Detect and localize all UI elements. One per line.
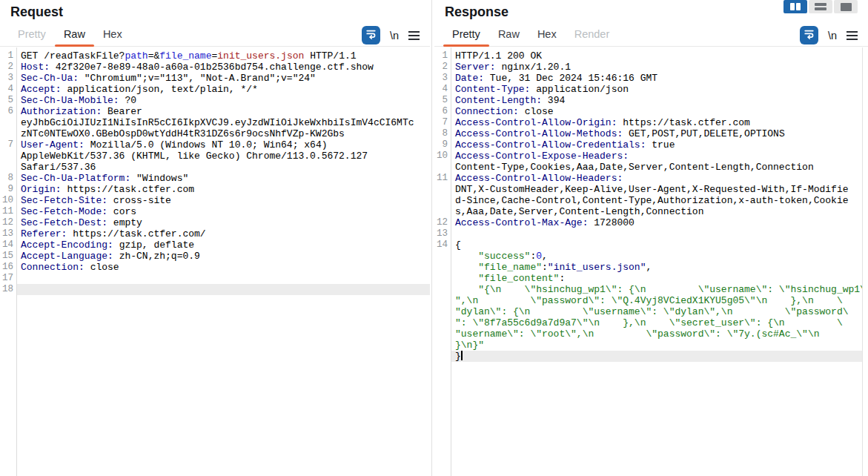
tab-raw[interactable]: Raw [55, 28, 94, 46]
editor-row[interactable]: 12Sec-Fetch-Dest: empty [0, 217, 430, 228]
code-line[interactable]: ",\n \"password\": \"Q.4Vyj8VCiedX1KYU5g… [451, 295, 862, 306]
editor-row[interactable]: 10Access-Control-Expose-Headers: [434, 151, 862, 162]
editor-row[interactable]: 5Sec-Ch-Ua-Mobile: ?0 [0, 95, 430, 106]
editor-row[interactable]: d-Since,Cache-Control,Content-Type,Autho… [434, 195, 862, 206]
editor-row[interactable]: ": \"8f7a55c6d9a7d9a7\"\n },\n \"secret_… [434, 317, 862, 328]
editor-row[interactable]: 17 [0, 273, 430, 284]
code-line[interactable]: { [451, 239, 862, 251]
editor-row[interactable]: 8Sec-Ch-Ua-Platform: "Windows" [0, 173, 430, 184]
code-line[interactable]: Accept: application/json, text/plain, */… [17, 84, 430, 95]
newline-toggle-button[interactable]: \n [390, 30, 399, 42]
code-line[interactable]: Origin: https://task.ctfer.com [17, 184, 430, 195]
editor-row[interactable]: 13 [434, 228, 862, 239]
editor-row[interactable]: 2Host: 42f320e7-8e89-48a0-a60a-01b2536bd… [0, 62, 430, 73]
code-line[interactable]: d-Since,Cache-Control,Content-Type,Autho… [451, 195, 862, 206]
editor-row[interactable]: "file_name":"init_users.json", [434, 262, 862, 273]
code-line[interactable]: Access-Control-Allow-Methods: GET,POST,P… [451, 128, 862, 139]
code-line[interactable] [17, 273, 430, 284]
code-line[interactable] [451, 228, 862, 239]
editor-row[interactable]: "username\": \"root\",\n \"password\": \… [434, 328, 862, 340]
code-line[interactable]: Sec-Fetch-Site: cross-site [17, 195, 430, 206]
code-line[interactable]: Sec-Ch-Ua-Mobile: ?0 [17, 95, 430, 106]
wrap-toggle-button[interactable] [362, 26, 380, 44]
editor-row[interactable]: Content-Type,Cookies,Aaa,Date,Server,Con… [434, 162, 862, 173]
code-line[interactable]: Server: nginx/1.20.1 [451, 62, 862, 73]
editor-row[interactable]: }\n}" [434, 340, 862, 351]
editor-row[interactable]: 3Sec-Ch-Ua: "Chromium";v="113", "Not-A.B… [0, 73, 430, 84]
editor-row[interactable]: "file_content": [434, 273, 862, 284]
code-line[interactable]: User-Agent: Mozilla/5.0 (Windows NT 10.0… [17, 139, 430, 151]
editor-row[interactable]: s,Aaa,Date,Server,Content-Length,Connect… [434, 206, 862, 217]
editor-row[interactable]: 18 [0, 284, 430, 295]
code-line[interactable]: ": \"8f7a55c6d9a7d9a7\"\n },\n \"secret_… [451, 317, 862, 328]
editor-row[interactable]: 11Sec-Fetch-Mode: cors [0, 206, 430, 217]
code-line[interactable]: "dylan\": {\n \"username\": \"dylan\",\n… [451, 306, 862, 317]
code-line[interactable]: zNTc0NTEwOX0.GBebOspD0wtYddH4tR31DZ6s6r9… [17, 128, 430, 139]
code-line[interactable]: Accept-Language: zh-CN,zh;q=0.9 [17, 251, 430, 262]
split-columns-layout-button[interactable] [783, 0, 807, 13]
code-line[interactable]: Content-Type,Cookies,Aaa,Date,Server,Con… [451, 162, 862, 173]
editor-row[interactable]: "success":0, [434, 251, 862, 262]
editor-row[interactable]: 4Content-Type: application/json [434, 84, 862, 95]
code-line[interactable]: Connection: close [17, 262, 430, 273]
code-line[interactable]: Access-Control-Allow-Origin: https://tas… [451, 117, 862, 128]
code-line[interactable]: Content-Type: application/json [451, 84, 862, 95]
code-line[interactable]: Host: 42f320e7-8e89-48a0-a60a-01b2536bd7… [17, 62, 430, 73]
code-line[interactable]: Access-Control-Allow-Credentials: true [451, 139, 862, 151]
editor-row[interactable]: 3Date: Tue, 31 Dec 2024 15:46:16 GMT [434, 73, 862, 84]
split-rows-layout-button[interactable] [809, 0, 832, 13]
editor-row[interactable]: DNT,X-CustomHeader,Keep-Alive,User-Agent… [434, 184, 862, 195]
request-editor[interactable]: 1GET /readTaskFile?path=&file_name=init_… [0, 47, 430, 476]
editor-row[interactable]: 9Access-Control-Allow-Credentials: true [434, 139, 862, 151]
editor-row[interactable]: 14Accept-Encoding: gzip, deflate [0, 239, 430, 251]
editor-row[interactable]: 1GET /readTaskFile?path=&file_name=init_… [0, 50, 430, 62]
editor-menu-button[interactable] [408, 31, 420, 40]
code-line[interactable]: Referer: https://task.ctfer.com/ [17, 228, 430, 239]
code-line[interactable]: "file_content": [451, 273, 862, 284]
editor-row[interactable]: 16Connection: close [0, 262, 430, 273]
editor-row[interactable]: Safari/537.36 [0, 162, 430, 173]
editor-row[interactable]: 15Accept-Language: zh-CN,zh;q=0.9 [0, 251, 430, 262]
editor-row[interactable]: 7Access-Control-Allow-Origin: https://ta… [434, 117, 862, 128]
editor-row[interactable]: 14{ [434, 239, 862, 251]
editor-menu-button[interactable] [847, 31, 858, 40]
editor-row[interactable]: eyJhbGciOiJIUzI1NiIsInR5cCI6IkpXVCJ9.eyJ… [0, 117, 430, 128]
code-line[interactable]: "username\": \"root\",\n \"password\": \… [451, 328, 862, 340]
editor-row[interactable]: 9Origin: https://task.ctfer.com [0, 184, 430, 195]
code-line[interactable]: "success":0, [451, 251, 862, 262]
code-line[interactable]: "{\n \"hsinchug_wp1\": {\n \"username\":… [451, 284, 862, 295]
code-line[interactable]: Sec-Fetch-Mode: cors [17, 206, 430, 217]
editor-row[interactable]: 6Connection: close [434, 106, 862, 117]
editor-row[interactable]: 4Accept: application/json, text/plain, *… [0, 84, 430, 95]
editor-row[interactable]: 2Server: nginx/1.20.1 [434, 62, 862, 73]
single-pane-layout-button[interactable] [834, 0, 858, 13]
code-line[interactable]: HTTP/1.1 200 OK [451, 50, 862, 62]
code-line[interactable]: Access-Control-Allow-Headers: [451, 173, 862, 184]
editor-row[interactable]: 7User-Agent: Mozilla/5.0 (Windows NT 10.… [0, 139, 430, 151]
tab-raw[interactable]: Raw [489, 28, 529, 46]
code-line[interactable]: Content-Length: 394 [451, 95, 862, 106]
editor-row[interactable]: 1HTTP/1.1 200 OK [434, 50, 862, 62]
code-line[interactable] [17, 284, 430, 295]
editor-row[interactable]: 11Access-Control-Allow-Headers: [434, 173, 862, 184]
editor-row[interactable]: AppleWebKit/537.36 (KHTML, like Gecko) C… [0, 151, 430, 162]
editor-row[interactable]: 12Access-Control-Max-Age: 1728000 [434, 217, 862, 228]
code-line[interactable]: GET /readTaskFile?path=&file_name=init_u… [17, 50, 430, 62]
code-line[interactable]: Sec-Ch-Ua-Platform: "Windows" [17, 173, 430, 184]
code-line[interactable]: Connection: close [451, 106, 862, 117]
editor-row[interactable]: "{\n \"hsinchug_wp1\": {\n \"username\":… [434, 284, 862, 295]
code-line[interactable]: AppleWebKit/537.36 (KHTML, like Gecko) C… [17, 151, 430, 162]
editor-row[interactable]: } [434, 351, 862, 362]
response-editor[interactable]: 1HTTP/1.1 200 OK2Server: nginx/1.20.13Da… [434, 47, 863, 476]
editor-row[interactable]: 6Authorization: Bearer [0, 106, 430, 117]
code-line[interactable]: Authorization: Bearer [17, 106, 430, 117]
code-line[interactable]: s,Aaa,Date,Server,Content-Length,Connect… [451, 206, 862, 217]
editor-row[interactable]: 13Referer: https://task.ctfer.com/ [0, 228, 430, 239]
code-line[interactable]: Sec-Fetch-Dest: empty [17, 217, 430, 228]
code-line[interactable]: Access-Control-Max-Age: 1728000 [451, 217, 862, 228]
newline-toggle-button[interactable]: \n [828, 30, 837, 42]
editor-row[interactable]: "dylan\": {\n \"username\": \"dylan\",\n… [434, 306, 862, 317]
tab-hex[interactable]: Hex [94, 28, 131, 46]
code-line[interactable]: Safari/537.36 [17, 162, 430, 173]
panel-splitter[interactable] [431, 0, 432, 476]
